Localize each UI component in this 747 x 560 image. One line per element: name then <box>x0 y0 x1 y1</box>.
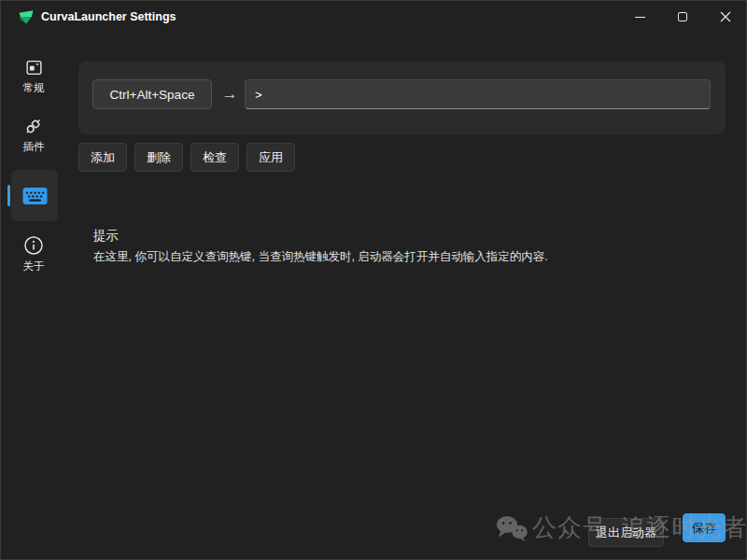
hint-title: 提示 <box>93 228 548 245</box>
hotkey-combo-button[interactable]: Ctrl+Alt+Space <box>92 79 212 109</box>
save-button[interactable]: 保存 <box>683 513 726 542</box>
sidebar-item-general[interactable]: 常规 <box>0 58 67 95</box>
plug-icon <box>23 116 44 136</box>
sidebar-label-general: 常规 <box>0 81 67 95</box>
keyboard-icon <box>22 187 48 205</box>
add-button[interactable]: 添加 <box>78 143 127 172</box>
check-button[interactable]: 检查 <box>190 143 239 172</box>
hotkey-panel: Ctrl+Alt+Space → <box>78 62 726 134</box>
app-window: CurvaLauncher Settings 常规 <box>0 0 747 560</box>
maximize-button[interactable] <box>661 0 704 34</box>
hint-block: 提示 在这里, 你可以自定义查询热键, 当查询热键触发时, 启动器会打开并自动输… <box>93 228 548 265</box>
info-icon <box>23 235 44 256</box>
titlebar[interactable]: CurvaLauncher Settings <box>0 0 747 34</box>
query-text-input[interactable] <box>245 79 711 109</box>
sidebar-item-hotkeys[interactable] <box>11 170 58 221</box>
app-window-icon <box>24 58 44 77</box>
sidebar-item-plugins[interactable]: 插件 <box>0 116 67 154</box>
hint-body: 在这里, 你可以自定义查询热键, 当查询热键触发时, 启动器会打开并自动输入指定… <box>93 249 548 265</box>
minimize-icon <box>635 17 645 18</box>
sidebar-item-about[interactable]: 关于 <box>0 235 67 273</box>
window-title: CurvaLauncher Settings <box>41 0 176 34</box>
apply-button[interactable]: 应用 <box>247 143 295 172</box>
sidebar-label-about: 关于 <box>0 259 67 273</box>
exit-launcher-button[interactable]: 退出启动器 <box>588 518 664 547</box>
sidebar: 常规 插件 <box>0 34 67 560</box>
app-logo-icon <box>17 7 35 26</box>
close-button[interactable] <box>704 0 747 34</box>
wechat-icon <box>495 513 529 543</box>
delete-button[interactable]: 删除 <box>134 143 183 172</box>
minimize-button[interactable] <box>618 0 661 34</box>
arrow-right-icon: → <box>215 79 245 109</box>
selection-indicator <box>7 185 10 206</box>
close-icon <box>720 11 731 22</box>
sidebar-label-plugins: 插件 <box>0 140 67 154</box>
maximize-icon <box>678 12 687 21</box>
